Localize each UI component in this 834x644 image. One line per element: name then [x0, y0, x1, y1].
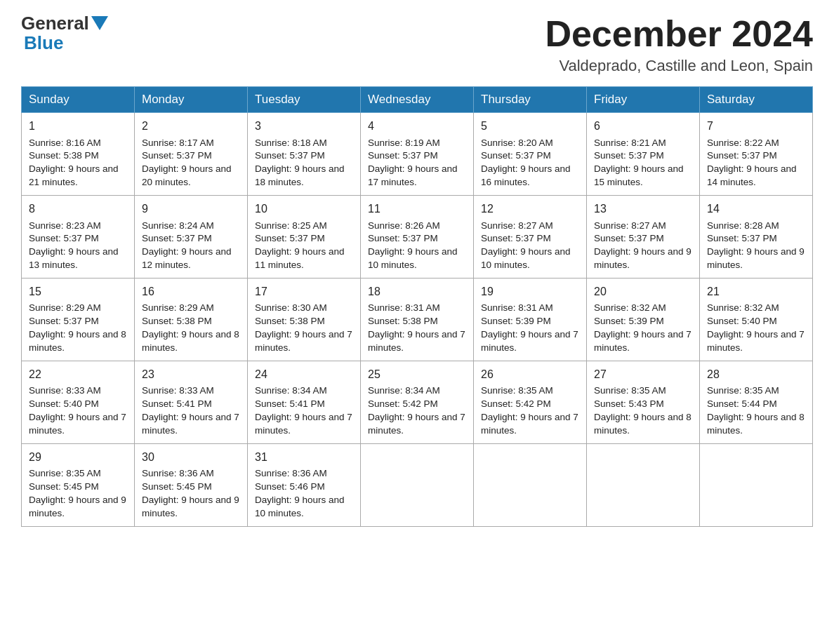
day-info: Sunrise: 8:30 AMSunset: 5:38 PMDaylight:… — [255, 302, 352, 353]
table-row: 2 Sunrise: 8:17 AMSunset: 5:37 PMDayligh… — [135, 113, 248, 196]
table-row: 9 Sunrise: 8:24 AMSunset: 5:37 PMDayligh… — [135, 196, 248, 279]
day-number: 2 — [142, 119, 240, 134]
day-number: 9 — [142, 201, 240, 217]
calendar-week-4: 22 Sunrise: 8:33 AMSunset: 5:40 PMDaylig… — [22, 361, 813, 444]
page-header: General Blue December 2024 Valdeprado, C… — [21, 14, 813, 75]
day-number: 30 — [142, 450, 240, 465]
table-row: 13 Sunrise: 8:27 AMSunset: 5:37 PMDaylig… — [587, 196, 700, 279]
day-info: Sunrise: 8:36 AMSunset: 5:45 PMDaylight:… — [142, 468, 239, 518]
header-monday: Monday — [135, 87, 248, 113]
table-row: 12 Sunrise: 8:27 AMSunset: 5:37 PMDaylig… — [474, 196, 587, 279]
day-info: Sunrise: 8:31 AMSunset: 5:38 PMDaylight:… — [368, 302, 465, 353]
table-row: 29 Sunrise: 8:35 AMSunset: 5:45 PMDaylig… — [22, 444, 135, 527]
day-number: 31 — [255, 450, 353, 465]
month-title: December 2024 — [545, 14, 813, 54]
day-info: Sunrise: 8:24 AMSunset: 5:37 PMDaylight:… — [142, 220, 232, 271]
day-info: Sunrise: 8:22 AMSunset: 5:37 PMDaylight:… — [707, 137, 797, 188]
day-number: 8 — [29, 201, 127, 217]
table-row: 30 Sunrise: 8:36 AMSunset: 5:45 PMDaylig… — [135, 444, 248, 527]
day-info: Sunrise: 8:29 AMSunset: 5:37 PMDaylight:… — [29, 302, 126, 353]
day-info: Sunrise: 8:35 AMSunset: 5:42 PMDaylight:… — [481, 385, 578, 436]
header-thursday: Thursday — [474, 87, 587, 113]
day-info: Sunrise: 8:35 AMSunset: 5:45 PMDaylight:… — [29, 468, 126, 518]
calendar-table: Sunday Monday Tuesday Wednesday Thursday… — [21, 86, 813, 527]
day-info: Sunrise: 8:19 AMSunset: 5:37 PMDaylight:… — [368, 137, 458, 188]
day-info: Sunrise: 8:33 AMSunset: 5:41 PMDaylight:… — [142, 385, 239, 436]
table-row — [587, 444, 700, 527]
calendar-week-2: 8 Sunrise: 8:23 AMSunset: 5:37 PMDayligh… — [22, 196, 813, 279]
day-number: 13 — [594, 201, 692, 217]
header-tuesday: Tuesday — [248, 87, 361, 113]
logo-triangle-icon — [91, 16, 108, 30]
day-number: 3 — [255, 119, 353, 134]
day-number: 27 — [594, 367, 692, 382]
day-number: 21 — [707, 284, 805, 300]
day-number: 5 — [481, 119, 579, 134]
header-friday: Friday — [587, 87, 700, 113]
day-info: Sunrise: 8:28 AMSunset: 5:37 PMDaylight:… — [707, 220, 805, 271]
day-info: Sunrise: 8:29 AMSunset: 5:38 PMDaylight:… — [142, 302, 239, 353]
day-number: 20 — [594, 284, 692, 300]
day-number: 12 — [481, 201, 579, 217]
table-row — [361, 444, 474, 527]
title-block: December 2024 Valdeprado, Castille and L… — [545, 14, 813, 75]
day-number: 15 — [29, 284, 127, 300]
day-info: Sunrise: 8:18 AMSunset: 5:37 PMDaylight:… — [255, 137, 345, 188]
table-row: 26 Sunrise: 8:35 AMSunset: 5:42 PMDaylig… — [474, 361, 587, 444]
table-row — [700, 444, 813, 527]
day-number: 22 — [29, 367, 127, 382]
table-row: 23 Sunrise: 8:33 AMSunset: 5:41 PMDaylig… — [135, 361, 248, 444]
day-info: Sunrise: 8:36 AMSunset: 5:46 PMDaylight:… — [255, 468, 345, 518]
day-number: 11 — [368, 201, 466, 217]
day-number: 18 — [368, 284, 466, 300]
day-info: Sunrise: 8:27 AMSunset: 5:37 PMDaylight:… — [481, 220, 571, 271]
calendar-week-1: 1 Sunrise: 8:16 AMSunset: 5:38 PMDayligh… — [22, 113, 813, 196]
calendar-week-5: 29 Sunrise: 8:35 AMSunset: 5:45 PMDaylig… — [22, 444, 813, 527]
table-row: 22 Sunrise: 8:33 AMSunset: 5:40 PMDaylig… — [22, 361, 135, 444]
day-number: 23 — [142, 367, 240, 382]
day-info: Sunrise: 8:33 AMSunset: 5:40 PMDaylight:… — [29, 385, 126, 436]
table-row: 31 Sunrise: 8:36 AMSunset: 5:46 PMDaylig… — [248, 444, 361, 527]
table-row: 5 Sunrise: 8:20 AMSunset: 5:37 PMDayligh… — [474, 113, 587, 196]
table-row: 24 Sunrise: 8:34 AMSunset: 5:41 PMDaylig… — [248, 361, 361, 444]
table-row: 7 Sunrise: 8:22 AMSunset: 5:37 PMDayligh… — [700, 113, 813, 196]
day-number: 19 — [481, 284, 579, 300]
day-info: Sunrise: 8:16 AMSunset: 5:38 PMDaylight:… — [29, 137, 119, 188]
day-number: 28 — [707, 367, 805, 382]
table-row: 16 Sunrise: 8:29 AMSunset: 5:38 PMDaylig… — [135, 279, 248, 361]
table-row: 15 Sunrise: 8:29 AMSunset: 5:37 PMDaylig… — [22, 279, 135, 361]
table-row — [474, 444, 587, 527]
day-info: Sunrise: 8:21 AMSunset: 5:37 PMDaylight:… — [594, 137, 684, 188]
day-info: Sunrise: 8:32 AMSunset: 5:39 PMDaylight:… — [594, 302, 691, 353]
table-row: 17 Sunrise: 8:30 AMSunset: 5:38 PMDaylig… — [248, 279, 361, 361]
day-number: 16 — [142, 284, 240, 300]
table-row: 19 Sunrise: 8:31 AMSunset: 5:39 PMDaylig… — [474, 279, 587, 361]
day-info: Sunrise: 8:35 AMSunset: 5:43 PMDaylight:… — [594, 385, 691, 436]
table-row: 14 Sunrise: 8:28 AMSunset: 5:37 PMDaylig… — [700, 196, 813, 279]
table-row: 1 Sunrise: 8:16 AMSunset: 5:38 PMDayligh… — [22, 113, 135, 196]
day-info: Sunrise: 8:34 AMSunset: 5:41 PMDaylight:… — [255, 385, 352, 436]
calendar-header-row: Sunday Monday Tuesday Wednesday Thursday… — [22, 87, 813, 113]
calendar-week-3: 15 Sunrise: 8:29 AMSunset: 5:37 PMDaylig… — [22, 279, 813, 361]
day-number: 26 — [481, 367, 579, 382]
header-wednesday: Wednesday — [361, 87, 474, 113]
day-info: Sunrise: 8:31 AMSunset: 5:39 PMDaylight:… — [481, 302, 578, 353]
day-number: 14 — [707, 201, 805, 217]
day-info: Sunrise: 8:23 AMSunset: 5:37 PMDaylight:… — [29, 220, 119, 271]
table-row: 4 Sunrise: 8:19 AMSunset: 5:37 PMDayligh… — [361, 113, 474, 196]
day-number: 7 — [707, 119, 805, 134]
header-saturday: Saturday — [700, 87, 813, 113]
table-row: 3 Sunrise: 8:18 AMSunset: 5:37 PMDayligh… — [248, 113, 361, 196]
day-number: 4 — [368, 119, 466, 134]
day-info: Sunrise: 8:27 AMSunset: 5:37 PMDaylight:… — [594, 220, 691, 271]
day-info: Sunrise: 8:26 AMSunset: 5:37 PMDaylight:… — [368, 220, 458, 271]
table-row: 10 Sunrise: 8:25 AMSunset: 5:37 PMDaylig… — [248, 196, 361, 279]
table-row: 25 Sunrise: 8:34 AMSunset: 5:42 PMDaylig… — [361, 361, 474, 444]
day-number: 10 — [255, 201, 353, 217]
logo-general: General — [21, 14, 89, 32]
day-number: 6 — [594, 119, 692, 134]
logo-blue: Blue — [24, 32, 63, 53]
table-row: 21 Sunrise: 8:32 AMSunset: 5:40 PMDaylig… — [700, 279, 813, 361]
day-number: 17 — [255, 284, 353, 300]
day-info: Sunrise: 8:20 AMSunset: 5:37 PMDaylight:… — [481, 137, 571, 188]
